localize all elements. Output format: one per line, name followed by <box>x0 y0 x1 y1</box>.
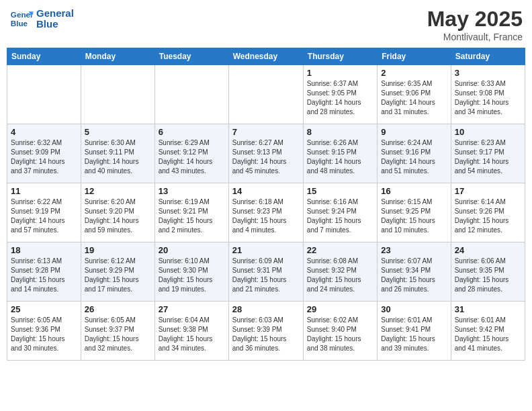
day-number: 19 <box>85 245 151 255</box>
day-cell-29: 29Sunrise: 6:02 AMSunset: 9:40 PMDayligh… <box>303 302 377 361</box>
empty-cell <box>81 65 154 124</box>
day-number: 22 <box>307 245 373 255</box>
day-cell-21: 21Sunrise: 6:09 AMSunset: 9:31 PMDayligh… <box>228 242 303 302</box>
day-info: Sunrise: 6:09 AMSunset: 9:31 PMDaylight:… <box>232 257 300 294</box>
logo: General Blue General Blue <box>9 7 74 31</box>
weekday-header-saturday: Saturday <box>451 48 525 65</box>
day-info: Sunrise: 6:14 AMSunset: 9:26 PMDaylight:… <box>455 197 521 235</box>
day-cell-6: 6Sunrise: 6:29 AMSunset: 9:12 PMDaylight… <box>154 124 228 183</box>
day-cell-19: 19Sunrise: 6:12 AMSunset: 9:29 PMDayligh… <box>81 242 154 302</box>
day-number: 1 <box>307 68 373 78</box>
day-info: Sunrise: 6:30 AMSunset: 9:11 PMDaylight:… <box>85 138 151 176</box>
empty-cell <box>154 65 228 124</box>
day-info: Sunrise: 6:03 AMSunset: 9:39 PMDaylight:… <box>232 316 300 353</box>
day-cell-24: 24Sunrise: 6:06 AMSunset: 9:35 PMDayligh… <box>451 242 525 302</box>
day-info: Sunrise: 6:24 AMSunset: 9:16 PMDaylight:… <box>381 138 447 176</box>
day-cell-18: 18Sunrise: 6:13 AMSunset: 9:28 PMDayligh… <box>7 242 81 302</box>
day-number: 16 <box>381 186 447 196</box>
day-cell-12: 12Sunrise: 6:20 AMSunset: 9:20 PMDayligh… <box>81 183 154 242</box>
day-number: 6 <box>159 127 225 137</box>
page-header: General Blue General Blue May 2025 Montl… <box>7 7 525 42</box>
day-number: 15 <box>307 186 373 196</box>
day-info: Sunrise: 6:18 AMSunset: 9:23 PMDaylight:… <box>232 197 300 235</box>
day-number: 14 <box>232 186 300 196</box>
day-info: Sunrise: 6:05 AMSunset: 9:37 PMDaylight:… <box>85 316 151 353</box>
day-info: Sunrise: 6:05 AMSunset: 9:36 PMDaylight:… <box>11 316 77 353</box>
day-cell-2: 2Sunrise: 6:35 AMSunset: 9:06 PMDaylight… <box>378 65 451 124</box>
day-cell-17: 17Sunrise: 6:14 AMSunset: 9:26 PMDayligh… <box>451 183 525 242</box>
week-row-4: 18Sunrise: 6:13 AMSunset: 9:28 PMDayligh… <box>7 242 525 302</box>
weekday-header-wednesday: Wednesday <box>228 48 303 65</box>
day-info: Sunrise: 6:10 AMSunset: 9:30 PMDaylight:… <box>159 257 225 294</box>
day-cell-8: 8Sunrise: 6:26 AMSunset: 9:15 PMDaylight… <box>303 124 377 183</box>
day-number: 30 <box>381 304 447 314</box>
svg-text:Blue: Blue <box>11 19 28 28</box>
day-cell-31: 31Sunrise: 6:01 AMSunset: 9:42 PMDayligh… <box>451 302 525 361</box>
day-number: 25 <box>11 304 77 314</box>
day-info: Sunrise: 6:15 AMSunset: 9:25 PMDaylight:… <box>381 197 447 235</box>
month-title: May 2025 <box>427 7 523 32</box>
day-cell-25: 25Sunrise: 6:05 AMSunset: 9:36 PMDayligh… <box>7 302 81 361</box>
weekday-header-row: SundayMondayTuesdayWednesdayThursdayFrid… <box>7 48 525 65</box>
day-number: 12 <box>85 186 151 196</box>
day-info: Sunrise: 6:19 AMSunset: 9:21 PMDaylight:… <box>159 197 225 235</box>
week-row-5: 25Sunrise: 6:05 AMSunset: 9:36 PMDayligh… <box>7 302 525 361</box>
weekday-header-monday: Monday <box>81 48 154 65</box>
day-cell-27: 27Sunrise: 6:04 AMSunset: 9:38 PMDayligh… <box>154 302 228 361</box>
day-number: 7 <box>232 127 300 137</box>
day-info: Sunrise: 6:35 AMSunset: 9:06 PMDaylight:… <box>381 79 447 117</box>
day-cell-11: 11Sunrise: 6:22 AMSunset: 9:19 PMDayligh… <box>7 183 81 242</box>
day-number: 17 <box>455 186 521 196</box>
day-info: Sunrise: 6:27 AMSunset: 9:13 PMDaylight:… <box>232 138 300 176</box>
day-cell-30: 30Sunrise: 6:01 AMSunset: 9:41 PMDayligh… <box>378 302 451 361</box>
weekday-header-thursday: Thursday <box>303 48 377 65</box>
logo-icon: General Blue <box>9 7 34 31</box>
day-info: Sunrise: 6:32 AMSunset: 9:09 PMDaylight:… <box>11 138 77 176</box>
location: Montlivault, France <box>427 32 523 42</box>
day-cell-3: 3Sunrise: 6:33 AMSunset: 9:08 PMDaylight… <box>451 65 525 124</box>
logo-text: General Blue <box>36 8 74 30</box>
day-cell-16: 16Sunrise: 6:15 AMSunset: 9:25 PMDayligh… <box>378 183 451 242</box>
day-number: 10 <box>455 127 521 137</box>
day-info: Sunrise: 6:01 AMSunset: 9:42 PMDaylight:… <box>455 316 521 353</box>
weekday-header-friday: Friday <box>378 48 451 65</box>
day-info: Sunrise: 6:04 AMSunset: 9:38 PMDaylight:… <box>159 316 225 353</box>
day-number: 31 <box>455 304 521 314</box>
day-number: 29 <box>307 304 373 314</box>
day-info: Sunrise: 6:01 AMSunset: 9:41 PMDaylight:… <box>381 316 447 353</box>
day-number: 8 <box>307 127 373 137</box>
day-number: 21 <box>232 245 300 255</box>
day-info: Sunrise: 6:20 AMSunset: 9:20 PMDaylight:… <box>85 197 151 235</box>
empty-cell <box>7 65 81 124</box>
svg-text:General: General <box>11 10 34 19</box>
day-cell-20: 20Sunrise: 6:10 AMSunset: 9:30 PMDayligh… <box>154 242 228 302</box>
day-info: Sunrise: 6:22 AMSunset: 9:19 PMDaylight:… <box>11 197 77 235</box>
day-info: Sunrise: 6:06 AMSunset: 9:35 PMDaylight:… <box>455 257 521 294</box>
day-info: Sunrise: 6:16 AMSunset: 9:24 PMDaylight:… <box>307 197 373 235</box>
weekday-header-tuesday: Tuesday <box>154 48 228 65</box>
week-row-3: 11Sunrise: 6:22 AMSunset: 9:19 PMDayligh… <box>7 183 525 242</box>
day-number: 24 <box>455 245 521 255</box>
day-info: Sunrise: 6:12 AMSunset: 9:29 PMDaylight:… <box>85 257 151 294</box>
day-number: 18 <box>11 245 77 255</box>
day-number: 20 <box>159 245 225 255</box>
day-info: Sunrise: 6:23 AMSunset: 9:17 PMDaylight:… <box>455 138 521 176</box>
day-number: 11 <box>11 186 77 196</box>
day-cell-22: 22Sunrise: 6:08 AMSunset: 9:32 PMDayligh… <box>303 242 377 302</box>
day-info: Sunrise: 6:13 AMSunset: 9:28 PMDaylight:… <box>11 257 77 294</box>
day-cell-5: 5Sunrise: 6:30 AMSunset: 9:11 PMDaylight… <box>81 124 154 183</box>
day-info: Sunrise: 6:33 AMSunset: 9:08 PMDaylight:… <box>455 79 521 117</box>
day-info: Sunrise: 6:02 AMSunset: 9:40 PMDaylight:… <box>307 316 373 353</box>
day-number: 28 <box>232 304 300 314</box>
week-row-1: 1Sunrise: 6:37 AMSunset: 9:05 PMDaylight… <box>7 65 525 124</box>
day-cell-9: 9Sunrise: 6:24 AMSunset: 9:16 PMDaylight… <box>378 124 451 183</box>
day-number: 27 <box>159 304 225 314</box>
day-number: 26 <box>85 304 151 314</box>
day-number: 4 <box>11 127 77 137</box>
day-info: Sunrise: 6:29 AMSunset: 9:12 PMDaylight:… <box>159 138 225 176</box>
day-cell-14: 14Sunrise: 6:18 AMSunset: 9:23 PMDayligh… <box>228 183 303 242</box>
day-cell-4: 4Sunrise: 6:32 AMSunset: 9:09 PMDaylight… <box>7 124 81 183</box>
day-info: Sunrise: 6:07 AMSunset: 9:34 PMDaylight:… <box>381 257 447 294</box>
day-info: Sunrise: 6:37 AMSunset: 9:05 PMDaylight:… <box>307 79 373 117</box>
day-cell-15: 15Sunrise: 6:16 AMSunset: 9:24 PMDayligh… <box>303 183 377 242</box>
